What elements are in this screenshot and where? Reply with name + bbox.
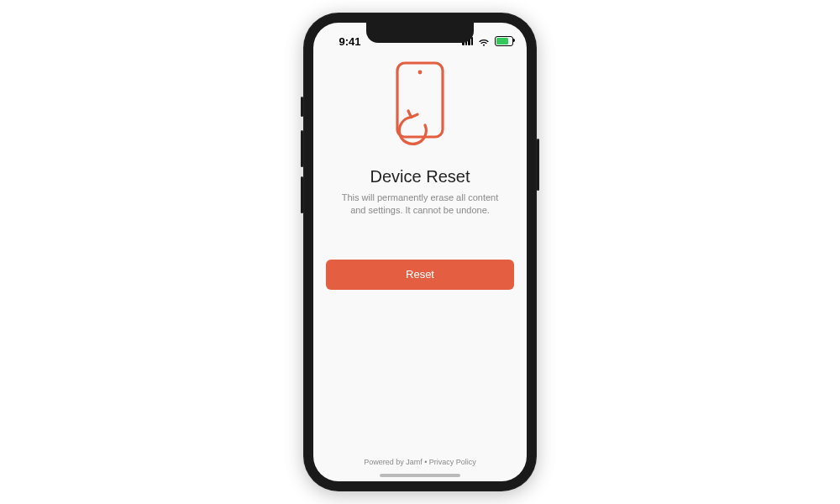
reset-button[interactable]: Reset [326, 260, 514, 290]
wifi-icon [478, 37, 490, 45]
device-reset-icon [386, 60, 454, 155]
mute-switch [301, 97, 303, 117]
footer: Powered by Jamf • Privacy Policy [313, 458, 527, 481]
page-subtitle: This will permanently erase all content … [313, 192, 527, 218]
volume-up-button [301, 130, 303, 167]
footer-powered-by: Powered by Jamf [364, 458, 423, 466]
phone-frame: 9:41 [303, 13, 537, 491]
page-title: Device Reset [370, 167, 470, 186]
main-content: Device Reset This will permanently erase… [313, 55, 527, 458]
footer-separator: • [423, 458, 429, 466]
volume-down-button [301, 176, 303, 213]
screen: 9:41 [313, 23, 527, 481]
svg-point-1 [418, 71, 423, 75]
privacy-policy-link[interactable]: Privacy Policy [429, 458, 476, 466]
battery-icon [495, 36, 513, 46]
home-indicator [380, 474, 460, 477]
notch [366, 23, 474, 43]
side-button [537, 139, 539, 191]
